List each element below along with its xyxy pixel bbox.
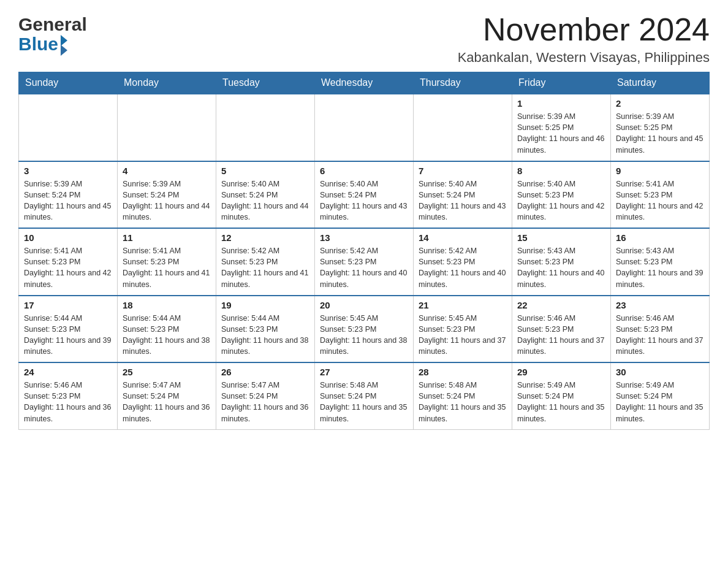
day-number: 10 [24,232,112,243]
calendar-table: SundayMondayTuesdayWednesdayThursdayFrid… [18,72,710,430]
logo-general: General [18,15,87,34]
title-block: November 2024 Kabankalan, Western Visaya… [458,12,710,66]
day-number: 18 [123,300,211,310]
calendar-cell: 25Sunrise: 5:47 AM Sunset: 5:24 PM Dayli… [118,362,216,429]
day-number: 13 [320,232,408,243]
calendar-cell: 28Sunrise: 5:48 AM Sunset: 5:24 PM Dayli… [414,362,512,429]
calendar-cell: 24Sunrise: 5:46 AM Sunset: 5:23 PM Dayli… [19,362,118,429]
calendar-cell: 17Sunrise: 5:44 AM Sunset: 5:23 PM Dayli… [19,296,118,363]
day-info: Sunrise: 5:48 AM Sunset: 5:24 PM Dayligh… [320,380,408,424]
day-info: Sunrise: 5:42 AM Sunset: 5:23 PM Dayligh… [419,245,507,290]
day-number: 28 [419,367,507,377]
day-number: 5 [221,166,309,176]
calendar-cell: 10Sunrise: 5:41 AM Sunset: 5:23 PM Dayli… [19,228,118,296]
day-number: 29 [517,367,605,377]
calendar-cell [414,94,512,161]
col-header-monday: Monday [118,72,216,94]
day-info: Sunrise: 5:42 AM Sunset: 5:23 PM Dayligh… [320,245,408,290]
calendar-week-3: 17Sunrise: 5:44 AM Sunset: 5:23 PM Dayli… [19,296,710,363]
col-header-saturday: Saturday [611,72,710,94]
day-info: Sunrise: 5:47 AM Sunset: 5:24 PM Dayligh… [123,380,211,424]
day-number: 3 [24,166,112,176]
day-number: 15 [517,232,605,243]
calendar-week-1: 3Sunrise: 5:39 AM Sunset: 5:24 PM Daylig… [19,161,710,229]
day-info: Sunrise: 5:44 AM Sunset: 5:23 PM Dayligh… [123,313,211,358]
calendar-cell: 2Sunrise: 5:39 AM Sunset: 5:25 PM Daylig… [611,94,710,161]
calendar-header-row: SundayMondayTuesdayWednesdayThursdayFrid… [19,72,710,94]
day-number: 9 [616,166,704,176]
day-info: Sunrise: 5:41 AM Sunset: 5:23 PM Dayligh… [24,245,112,290]
calendar-week-4: 24Sunrise: 5:46 AM Sunset: 5:23 PM Dayli… [19,362,710,429]
calendar-cell: 7Sunrise: 5:40 AM Sunset: 5:24 PM Daylig… [414,161,512,229]
col-header-friday: Friday [512,72,611,94]
calendar-cell: 13Sunrise: 5:42 AM Sunset: 5:23 PM Dayli… [315,228,414,296]
day-info: Sunrise: 5:48 AM Sunset: 5:24 PM Dayligh… [419,380,507,424]
calendar-cell [216,94,315,161]
calendar-cell: 20Sunrise: 5:45 AM Sunset: 5:23 PM Dayli… [315,296,414,363]
day-number: 12 [221,232,309,243]
month-title: November 2024 [458,12,710,47]
calendar-cell: 23Sunrise: 5:46 AM Sunset: 5:23 PM Dayli… [611,296,710,363]
col-header-wednesday: Wednesday [315,72,414,94]
day-number: 23 [616,300,704,310]
page-header: General Blue November 2024 Kabankalan, W… [18,12,710,66]
day-number: 2 [616,98,704,109]
day-info: Sunrise: 5:49 AM Sunset: 5:24 PM Dayligh… [616,380,704,424]
day-info: Sunrise: 5:41 AM Sunset: 5:23 PM Dayligh… [616,178,704,223]
calendar-cell: 26Sunrise: 5:47 AM Sunset: 5:24 PM Dayli… [216,362,315,429]
day-number: 24 [24,367,112,377]
day-number: 30 [616,367,704,377]
day-info: Sunrise: 5:43 AM Sunset: 5:23 PM Dayligh… [517,245,605,290]
calendar-cell [19,94,118,161]
day-info: Sunrise: 5:40 AM Sunset: 5:24 PM Dayligh… [320,178,408,223]
calendar-cell: 9Sunrise: 5:41 AM Sunset: 5:23 PM Daylig… [611,161,710,229]
calendar-cell: 6Sunrise: 5:40 AM Sunset: 5:24 PM Daylig… [315,161,414,229]
day-info: Sunrise: 5:49 AM Sunset: 5:24 PM Dayligh… [517,380,605,424]
day-info: Sunrise: 5:39 AM Sunset: 5:25 PM Dayligh… [616,111,704,156]
calendar-week-0: 1Sunrise: 5:39 AM Sunset: 5:25 PM Daylig… [19,94,710,161]
day-number: 26 [221,367,309,377]
calendar-cell: 1Sunrise: 5:39 AM Sunset: 5:25 PM Daylig… [512,94,611,161]
calendar-cell: 22Sunrise: 5:46 AM Sunset: 5:23 PM Dayli… [512,296,611,363]
day-info: Sunrise: 5:45 AM Sunset: 5:23 PM Dayligh… [320,313,408,358]
calendar-cell: 16Sunrise: 5:43 AM Sunset: 5:23 PM Dayli… [611,228,710,296]
day-number: 19 [221,300,309,310]
day-info: Sunrise: 5:44 AM Sunset: 5:23 PM Dayligh… [221,313,309,358]
calendar-cell: 21Sunrise: 5:45 AM Sunset: 5:23 PM Dayli… [414,296,512,363]
calendar-cell: 18Sunrise: 5:44 AM Sunset: 5:23 PM Dayli… [118,296,216,363]
day-info: Sunrise: 5:46 AM Sunset: 5:23 PM Dayligh… [24,380,112,424]
logo-chevron-icon [61,35,67,56]
day-number: 7 [419,166,507,176]
day-info: Sunrise: 5:39 AM Sunset: 5:24 PM Dayligh… [123,178,211,223]
location-title: Kabankalan, Western Visayas, Philippines [458,50,710,66]
calendar-cell: 27Sunrise: 5:48 AM Sunset: 5:24 PM Dayli… [315,362,414,429]
day-number: 17 [24,300,112,310]
calendar-cell: 19Sunrise: 5:44 AM Sunset: 5:23 PM Dayli… [216,296,315,363]
day-number: 21 [419,300,507,310]
day-info: Sunrise: 5:43 AM Sunset: 5:23 PM Dayligh… [616,245,704,290]
day-info: Sunrise: 5:40 AM Sunset: 5:24 PM Dayligh… [419,178,507,223]
day-info: Sunrise: 5:40 AM Sunset: 5:24 PM Dayligh… [221,178,309,223]
day-info: Sunrise: 5:46 AM Sunset: 5:23 PM Dayligh… [517,313,605,358]
calendar-cell [118,94,216,161]
col-header-sunday: Sunday [19,72,118,94]
day-info: Sunrise: 5:39 AM Sunset: 5:24 PM Dayligh… [24,178,112,223]
day-info: Sunrise: 5:47 AM Sunset: 5:24 PM Dayligh… [221,380,309,424]
logo: General Blue [18,15,87,55]
calendar-cell: 4Sunrise: 5:39 AM Sunset: 5:24 PM Daylig… [118,161,216,229]
day-number: 8 [517,166,605,176]
day-info: Sunrise: 5:41 AM Sunset: 5:23 PM Dayligh… [123,245,211,290]
day-number: 11 [123,232,211,243]
calendar-cell: 12Sunrise: 5:42 AM Sunset: 5:23 PM Dayli… [216,228,315,296]
day-number: 16 [616,232,704,243]
day-info: Sunrise: 5:44 AM Sunset: 5:23 PM Dayligh… [24,313,112,358]
calendar-cell: 11Sunrise: 5:41 AM Sunset: 5:23 PM Dayli… [118,228,216,296]
day-info: Sunrise: 5:46 AM Sunset: 5:23 PM Dayligh… [616,313,704,358]
calendar-cell: 5Sunrise: 5:40 AM Sunset: 5:24 PM Daylig… [216,161,315,229]
calendar-cell [315,94,414,161]
day-number: 22 [517,300,605,310]
day-info: Sunrise: 5:39 AM Sunset: 5:25 PM Dayligh… [517,111,605,156]
day-number: 6 [320,166,408,176]
calendar-cell: 30Sunrise: 5:49 AM Sunset: 5:24 PM Dayli… [611,362,710,429]
calendar-cell: 8Sunrise: 5:40 AM Sunset: 5:23 PM Daylig… [512,161,611,229]
